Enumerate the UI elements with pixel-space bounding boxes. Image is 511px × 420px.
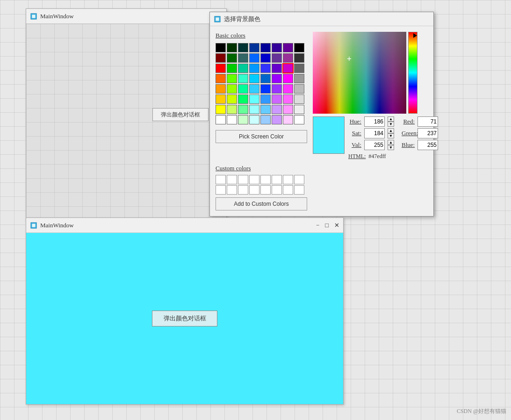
basic-color-cell[interactable] xyxy=(249,64,259,73)
add-custom-colors-btn[interactable]: Add to Custom Colors xyxy=(216,197,307,210)
sat-down[interactable]: ▼ xyxy=(388,133,394,138)
basic-color-cell[interactable] xyxy=(216,94,226,104)
pick-screen-color-btn[interactable]: Pick Screen Color xyxy=(216,130,307,143)
custom-color-cell[interactable] xyxy=(294,175,304,184)
hue-up[interactable]: ▲ xyxy=(388,116,394,122)
red-input[interactable] xyxy=(417,116,438,127)
basic-color-cell[interactable] xyxy=(283,115,293,124)
basic-color-cell[interactable] xyxy=(249,94,259,104)
basic-color-cell[interactable] xyxy=(227,43,237,52)
basic-color-cell[interactable] xyxy=(272,94,282,104)
custom-color-cell[interactable] xyxy=(260,185,271,195)
green-input[interactable] xyxy=(417,128,438,138)
basic-color-cell[interactable] xyxy=(260,53,271,63)
basic-color-cell[interactable] xyxy=(238,105,248,114)
basic-color-cell[interactable] xyxy=(260,94,271,104)
basic-color-cell[interactable] xyxy=(216,53,226,63)
basic-color-cell[interactable] xyxy=(227,53,237,63)
custom-color-cell[interactable] xyxy=(238,185,248,195)
hue-input[interactable] xyxy=(364,116,385,127)
basic-color-cell[interactable] xyxy=(216,64,226,73)
color-spectrum[interactable]: + xyxy=(313,32,406,114)
minimize-btn[interactable]: − xyxy=(316,222,319,229)
custom-color-cell[interactable] xyxy=(260,175,271,184)
basic-color-cell[interactable] xyxy=(294,94,304,104)
basic-color-cell[interactable] xyxy=(238,74,248,83)
basic-color-cell[interactable] xyxy=(272,84,282,94)
basic-color-cell[interactable] xyxy=(272,64,282,73)
custom-color-cell[interactable] xyxy=(249,185,259,195)
val-spinner[interactable]: ▲ ▼ xyxy=(388,140,394,150)
basic-color-cell[interactable] xyxy=(272,43,282,52)
sat-input[interactable] xyxy=(364,128,385,138)
custom-color-cell[interactable] xyxy=(216,185,226,195)
basic-color-cell[interactable] xyxy=(216,105,226,114)
basic-color-cell[interactable] xyxy=(283,53,293,63)
basic-color-cell[interactable] xyxy=(216,84,226,94)
val-input[interactable] xyxy=(364,140,385,150)
custom-color-cell[interactable] xyxy=(227,185,237,195)
custom-color-cell[interactable] xyxy=(283,175,293,184)
basic-color-cell[interactable] xyxy=(260,115,271,124)
basic-color-cell[interactable] xyxy=(283,105,293,114)
basic-color-cell[interactable] xyxy=(227,94,237,104)
basic-color-cell[interactable] xyxy=(238,53,248,63)
basic-color-cell[interactable] xyxy=(249,84,259,94)
custom-color-cell[interactable] xyxy=(283,185,293,195)
custom-color-cell[interactable] xyxy=(227,175,237,184)
val-down[interactable]: ▼ xyxy=(388,145,394,150)
basic-color-cell[interactable] xyxy=(238,84,248,94)
custom-color-cell[interactable] xyxy=(272,185,282,195)
basic-color-cell[interactable] xyxy=(216,74,226,83)
basic-color-cell[interactable] xyxy=(238,64,248,73)
basic-color-cell[interactable] xyxy=(260,64,271,73)
basic-color-cell[interactable] xyxy=(294,84,304,94)
basic-color-cell[interactable] xyxy=(238,94,248,104)
basic-color-cell[interactable] xyxy=(272,53,282,63)
basic-color-cell[interactable] xyxy=(249,53,259,63)
basic-color-cell[interactable] xyxy=(227,115,237,124)
basic-color-cell[interactable] xyxy=(227,64,237,73)
basic-color-cell[interactable] xyxy=(216,115,226,124)
basic-color-cell[interactable] xyxy=(294,74,304,83)
sat-up[interactable]: ▲ xyxy=(388,128,394,133)
basic-color-cell[interactable] xyxy=(227,84,237,94)
basic-color-cell[interactable] xyxy=(227,105,237,114)
basic-color-cell[interactable] xyxy=(283,84,293,94)
custom-color-cell[interactable] xyxy=(294,185,304,195)
basic-color-cell[interactable] xyxy=(283,94,293,104)
basic-color-cell[interactable] xyxy=(294,64,304,73)
basic-color-cell[interactable] xyxy=(294,105,304,114)
basic-color-cell[interactable] xyxy=(283,64,293,73)
basic-color-cell[interactable] xyxy=(260,84,271,94)
basic-color-cell[interactable] xyxy=(272,105,282,114)
custom-color-cell[interactable] xyxy=(249,175,259,184)
hue-down[interactable]: ▼ xyxy=(388,122,394,127)
custom-color-cell[interactable] xyxy=(272,175,282,184)
basic-color-cell[interactable] xyxy=(249,74,259,83)
basic-color-cell[interactable] xyxy=(260,74,271,83)
close-btn[interactable]: ✕ xyxy=(334,222,339,229)
basic-color-cell[interactable] xyxy=(260,43,271,52)
basic-color-cell[interactable] xyxy=(260,105,271,114)
basic-color-cell[interactable] xyxy=(216,43,226,52)
basic-color-cell[interactable] xyxy=(238,115,248,124)
popup-btn-top[interactable]: 弹出颜色对话框 xyxy=(152,108,209,121)
popup-btn-bottom[interactable]: 弹出颜色对话框 xyxy=(152,311,217,326)
basic-color-cell[interactable] xyxy=(294,53,304,63)
basic-color-cell[interactable] xyxy=(249,105,259,114)
basic-color-cell[interactable] xyxy=(283,74,293,83)
basic-color-cell[interactable] xyxy=(272,115,282,124)
basic-color-cell[interactable] xyxy=(238,43,248,52)
custom-color-cell[interactable] xyxy=(238,175,248,184)
basic-color-cell[interactable] xyxy=(294,43,304,52)
maximize-btn[interactable]: □ xyxy=(325,222,329,229)
basic-color-cell[interactable] xyxy=(249,43,259,52)
basic-color-cell[interactable] xyxy=(283,43,293,52)
val-up[interactable]: ▲ xyxy=(388,140,394,145)
sat-spinner[interactable]: ▲ ▼ xyxy=(388,128,394,138)
hue-spinner[interactable]: ▲ ▼ xyxy=(388,116,394,127)
basic-color-cell[interactable] xyxy=(294,115,304,124)
basic-color-cell[interactable] xyxy=(249,115,259,124)
blue-input[interactable] xyxy=(417,140,438,150)
